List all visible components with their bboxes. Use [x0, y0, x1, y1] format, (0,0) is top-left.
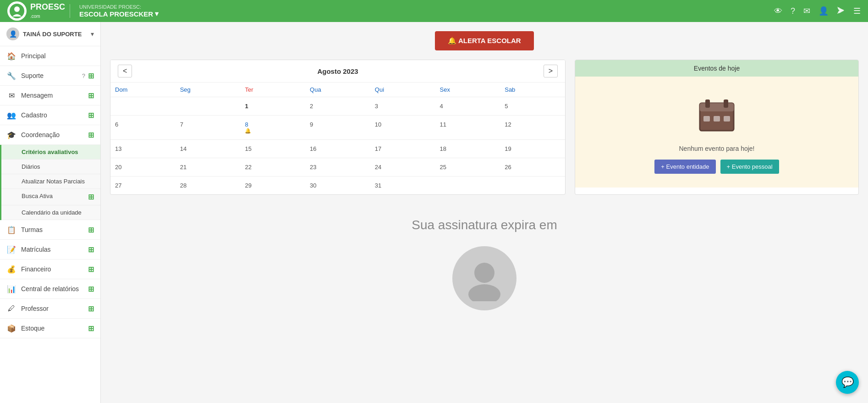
cal-day-24[interactable]: 24: [370, 158, 435, 177]
event-personal-button[interactable]: + Evento pessoal: [720, 160, 779, 174]
event-entity-button[interactable]: + Evento entidade: [654, 160, 715, 174]
cal-day-10[interactable]: 10: [370, 116, 435, 140]
logo-text: PROESC .com: [30, 3, 65, 19]
submenu-criterios[interactable]: Critérios avaliativos: [1, 145, 100, 160]
matriculas-plus-icon[interactable]: ⊞: [88, 245, 94, 254]
cal-day-23[interactable]: 23: [305, 158, 370, 177]
suporte-plus-icon[interactable]: ⊞: [88, 72, 94, 80]
professor-icon: 🖊: [6, 304, 16, 314]
top-header-icons: 👁 ? ✉ 👤 ⮞ ☰: [774, 6, 861, 16]
bell-icon: 🔔: [245, 128, 301, 134]
cal-day-27[interactable]: 27: [110, 177, 176, 195]
calendar-prev-button[interactable]: <: [118, 65, 132, 77]
subscription-title: Sua assinatura expira em: [119, 218, 850, 232]
cal-day-25[interactable]: 25: [435, 158, 500, 177]
sidebar-item-estoque[interactable]: 📦 Estoque ⊞: [0, 319, 100, 338]
help-icon[interactable]: ?: [791, 6, 795, 16]
submenu-notas-parciais[interactable]: Atualizar Notas Parciais: [1, 174, 100, 189]
relatorios-plus-icon[interactable]: ⊞: [88, 285, 94, 293]
sidebar-item-professor[interactable]: 🖊 Professor ⊞: [0, 299, 100, 319]
cal-day-30[interactable]: 30: [305, 177, 370, 195]
cal-day-5[interactable]: 5: [500, 97, 565, 116]
weekday-sex: Sex: [435, 83, 500, 97]
submenu-diarios-label: Diários: [22, 163, 40, 170]
svg-rect-3: [700, 103, 734, 111]
chat-bubble-button[interactable]: 💬: [836, 371, 859, 394]
cal-day-19[interactable]: 19: [500, 140, 565, 158]
mensagem-plus-icon[interactable]: ⊞: [88, 91, 94, 100]
estoque-icon: 📦: [6, 323, 16, 333]
coordenacao-plus-icon[interactable]: ⊞: [88, 131, 94, 139]
user-chevron: ▾: [91, 30, 94, 38]
cal-day-2[interactable]: 2: [305, 97, 370, 116]
menu-icon[interactable]: ☰: [853, 6, 861, 16]
main-grid: < Agosto 2023 > Dom Seg Ter Qua Qui Sex …: [110, 60, 859, 195]
alert-button-row: 🔔 ALERTA ESCOLAR: [110, 31, 859, 50]
cal-day-13[interactable]: 13: [110, 140, 176, 158]
matriculas-icon: 📝: [6, 244, 16, 254]
cal-day-11[interactable]: 11: [435, 116, 500, 140]
cal-day-3[interactable]: 3: [370, 97, 435, 116]
logo-circle: [7, 1, 27, 21]
sidebar-item-cadastro[interactable]: 👥 Cadastro ⊞: [0, 105, 100, 125]
sidebar-item-relatorios[interactable]: 📊 Central de relatórios ⊞: [0, 279, 100, 299]
busca-plus-icon[interactable]: ⊞: [88, 193, 94, 201]
submenu-diarios[interactable]: Diários: [1, 160, 100, 174]
cal-day-31[interactable]: 31: [370, 177, 435, 195]
mail-icon[interactable]: ✉: [803, 6, 810, 16]
cal-day-17[interactable]: 17: [370, 140, 435, 158]
weekday-qua: Qua: [305, 83, 370, 97]
svg-point-9: [474, 263, 494, 283]
cal-day-14[interactable]: 14: [176, 140, 241, 158]
sidebar-item-mensagem[interactable]: ✉ Mensagem ⊞: [0, 86, 100, 105]
sidebar-item-principal-left: 🏠 Principal: [6, 51, 46, 61]
cal-day-18[interactable]: 18: [435, 140, 500, 158]
cal-day-4[interactable]: 4: [435, 97, 500, 116]
cal-day-15[interactable]: 15: [240, 140, 305, 158]
estoque-plus-icon[interactable]: ⊞: [88, 324, 94, 333]
chevron-icon[interactable]: ▾: [155, 10, 159, 18]
cal-day-26[interactable]: 26: [500, 158, 565, 177]
calendar-next-button[interactable]: >: [544, 65, 558, 77]
user-icon[interactable]: 👤: [819, 6, 829, 16]
alert-school-button[interactable]: 🔔 ALERTA ESCOLAR: [435, 31, 533, 50]
sidebar-item-coordenacao-left: 🎓 Coordenação: [6, 130, 60, 140]
cal-day-7[interactable]: 7: [176, 116, 241, 140]
cal-day-28[interactable]: 28: [176, 177, 241, 195]
cal-day-29[interactable]: 29: [240, 177, 305, 195]
professor-plus-icon[interactable]: ⊞: [88, 304, 94, 313]
help-circle-icon[interactable]: ?: [82, 72, 85, 79]
cadastro-plus-icon[interactable]: ⊞: [88, 111, 94, 120]
cal-day-1[interactable]: 1: [240, 97, 305, 116]
submenu-busca-ativa[interactable]: Busca Ativa ⊞: [1, 189, 100, 205]
logout-icon[interactable]: ⮞: [837, 6, 845, 16]
view-icon[interactable]: 👁: [774, 6, 782, 16]
turmas-plus-icon[interactable]: ⊞: [88, 226, 94, 234]
financeiro-plus-icon[interactable]: ⊞: [88, 265, 94, 274]
sidebar-item-turmas[interactable]: 📋 Turmas ⊞: [0, 220, 100, 240]
sidebar-label-relatorios: Central de relatórios: [21, 285, 79, 293]
submenu-calendario[interactable]: Calendário da unidade: [1, 205, 100, 220]
sidebar-item-coordenacao[interactable]: 🎓 Coordenação ⊞: [0, 125, 100, 145]
calendar-title: Agosto 2023: [132, 67, 543, 75]
sidebar-item-suporte[interactable]: 🔧 Suporte ? ⊞: [0, 66, 100, 86]
sidebar-item-cadastro-left: 👥 Cadastro: [6, 110, 47, 120]
university-label: UNIVERSIDADE PROESC:: [79, 4, 159, 10]
weekday-sab: Sab: [500, 83, 565, 97]
cal-day-16[interactable]: 16: [305, 140, 370, 158]
cal-day-12[interactable]: 12: [500, 116, 565, 140]
cal-day-20[interactable]: 20: [110, 158, 176, 177]
cal-day-22[interactable]: 22: [240, 158, 305, 177]
sidebar-label-financeiro: Financeiro: [21, 265, 51, 273]
calendar-week-1: 1 2 3 4 5: [110, 97, 565, 116]
sidebar-item-financeiro[interactable]: 💰 Financeiro ⊞: [0, 259, 100, 279]
cal-day-21[interactable]: 21: [176, 158, 241, 177]
sidebar-user[interactable]: 👤 TAINÁ DO SUPORTE ▾: [0, 22, 100, 46]
cal-day-6[interactable]: 6: [110, 116, 176, 140]
cal-day-9[interactable]: 9: [305, 116, 370, 140]
sidebar-label-mensagem: Mensagem: [21, 92, 53, 99]
logo-svg: [9, 3, 25, 19]
sidebar-item-matriculas[interactable]: 📝 Matrículas ⊞: [0, 240, 100, 259]
sidebar-item-principal[interactable]: 🏠 Principal: [0, 46, 100, 66]
cal-day-8[interactable]: 8🔔: [240, 116, 305, 140]
